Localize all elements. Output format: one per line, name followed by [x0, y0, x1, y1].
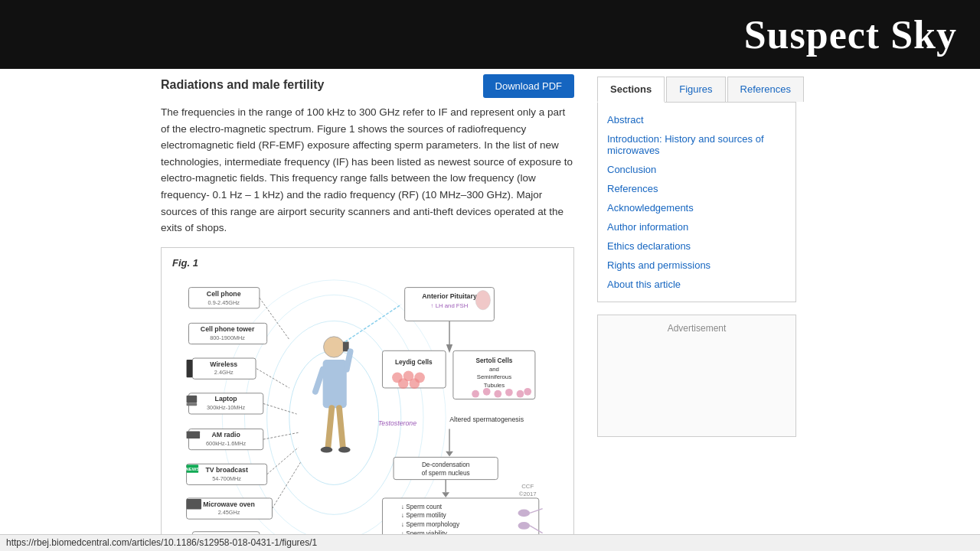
section-author-information[interactable]: Author information	[607, 217, 786, 236]
status-url: https://rbej.biomedcentral.com/articles/…	[6, 537, 317, 548]
svg-text:CCF: CCF	[521, 483, 534, 490]
svg-point-73	[517, 390, 524, 398]
topbar: Suspect Sky	[0, 0, 980, 69]
svg-point-63	[409, 378, 420, 389]
svg-point-70	[483, 388, 491, 396]
section-ethics[interactable]: Ethics declarations	[607, 236, 786, 256]
svg-point-74	[524, 388, 531, 396]
figure-label: Fig. 1	[172, 257, 563, 269]
figure-container: Fig. 1	[161, 247, 574, 551]
svg-rect-23	[187, 360, 193, 377]
svg-text:2.45GHz: 2.45GHz	[218, 509, 240, 516]
svg-text:2.4GHz: 2.4GHz	[214, 369, 234, 376]
section-acknowledgements[interactable]: Acknowledgements	[607, 198, 786, 217]
svg-point-12	[338, 447, 351, 453]
tab-references[interactable]: References	[727, 77, 804, 102]
svg-point-90	[518, 509, 531, 517]
svg-line-96	[345, 305, 401, 342]
article-content: Radiations and male fertility Download P…	[0, 69, 597, 551]
svg-text:Tubules: Tubules	[484, 382, 505, 389]
svg-rect-45	[187, 499, 201, 510]
tab-figures[interactable]: Figures	[666, 77, 725, 102]
svg-text:300kHz-10MHz: 300kHz-10MHz	[207, 404, 246, 411]
main-layout: Radiations and male fertility Download P…	[0, 69, 980, 551]
figure-svg: Cell phone 0.9-2.45GHz Cell phone tower …	[180, 276, 555, 551]
svg-text:Testosterone: Testosterone	[378, 419, 416, 426]
svg-text:AM radio: AM radio	[211, 431, 240, 439]
svg-text:↓ Sperm morphology: ↓ Sperm morphology	[401, 521, 460, 528]
svg-point-72	[505, 389, 513, 396]
section-references[interactable]: References	[607, 179, 786, 198]
svg-text:Altered spermatogenesis: Altered spermatogenesis	[449, 415, 524, 422]
advertisement-label: Advertisement	[606, 323, 788, 334]
svg-text:TV broadcast: TV broadcast	[205, 466, 248, 474]
sections-tabs: Sections Figures References	[597, 77, 796, 103]
svg-text:©2017: ©2017	[519, 491, 537, 497]
svg-line-10	[339, 408, 343, 448]
statusbar: https://rbej.biomedcentral.com/articles/…	[0, 534, 980, 551]
svg-point-69	[472, 390, 479, 398]
svg-point-62	[398, 378, 409, 389]
svg-line-7	[347, 351, 351, 369]
section-about[interactable]: About this article	[607, 275, 786, 294]
svg-rect-6	[323, 360, 347, 408]
svg-text:54-700MHz: 54-700MHz	[212, 474, 241, 481]
svg-text:0.9-2.45GHz: 0.9-2.45GHz	[208, 299, 240, 306]
section-conclusion[interactable]: Conclusion	[607, 160, 786, 179]
svg-text:↓ Sperm motility: ↓ Sperm motility	[401, 512, 447, 519]
svg-text:↓ Sperm count: ↓ Sperm count	[401, 503, 443, 510]
svg-line-41	[267, 448, 299, 474]
svg-point-11	[321, 447, 333, 453]
svg-text:and: and	[489, 365, 499, 372]
tab-sections[interactable]: Sections	[597, 77, 665, 103]
svg-point-55	[475, 290, 490, 309]
svg-text:↑ LH and FSH: ↑ LH and FSH	[431, 302, 469, 309]
sections-content: Abstract Introduction: History and sourc…	[597, 103, 796, 302]
svg-text:Cell phone: Cell phone	[207, 290, 241, 298]
svg-text:Wireless: Wireless	[210, 360, 237, 367]
svg-text:Microwave oven: Microwave oven	[203, 500, 255, 507]
svg-text:800-1900MHz: 800-1900MHz	[210, 334, 245, 341]
svg-point-92	[518, 522, 531, 530]
svg-text:De-condensation: De-condensation	[422, 461, 470, 468]
svg-point-71	[494, 390, 501, 398]
brand-title: Suspect Sky	[744, 12, 957, 57]
svg-text:Cell phone tower: Cell phone tower	[201, 325, 255, 333]
svg-marker-83	[442, 492, 449, 497]
section-rights[interactable]: Rights and permissions	[607, 256, 786, 275]
svg-text:of sperm nucleus: of sperm nucleus	[422, 470, 470, 477]
svg-rect-29	[187, 403, 198, 406]
advertisement-container: Advertisement	[597, 315, 796, 437]
svg-line-30	[263, 403, 297, 414]
article-body: The frequencies in the range of 100 kHz …	[161, 104, 574, 236]
svg-rect-28	[187, 395, 198, 403]
svg-text:Laptop: Laptop	[215, 395, 237, 403]
svg-text:Seminiferous: Seminiferous	[477, 373, 511, 380]
svg-point-4	[324, 337, 345, 357]
svg-rect-34	[187, 431, 201, 439]
sidebar: Sections Figures References Abstract Int…	[597, 69, 804, 551]
svg-line-46	[272, 462, 300, 508]
svg-text:NEWS: NEWS	[186, 467, 200, 471]
download-button[interactable]: Download PDF	[483, 74, 574, 98]
svg-text:600kHz-1.6MHz: 600kHz-1.6MHz	[206, 440, 247, 447]
section-introduction[interactable]: Introduction: History and sources of mic…	[607, 129, 786, 160]
svg-marker-78	[446, 451, 453, 456]
svg-line-8	[315, 369, 323, 391]
svg-line-9	[328, 408, 332, 448]
svg-text:Anterior Pituitary: Anterior Pituitary	[422, 292, 477, 300]
svg-text:Sertoli Cells: Sertoli Cells	[476, 357, 513, 364]
article-title: Radiations and male fertility	[161, 78, 324, 92]
svg-line-24	[256, 368, 289, 387]
figure-diagram: Cell phone 0.9-2.45GHz Cell phone tower …	[172, 276, 563, 551]
svg-text:Leydig Cells: Leydig Cells	[395, 359, 433, 366]
section-abstract[interactable]: Abstract	[607, 110, 786, 129]
